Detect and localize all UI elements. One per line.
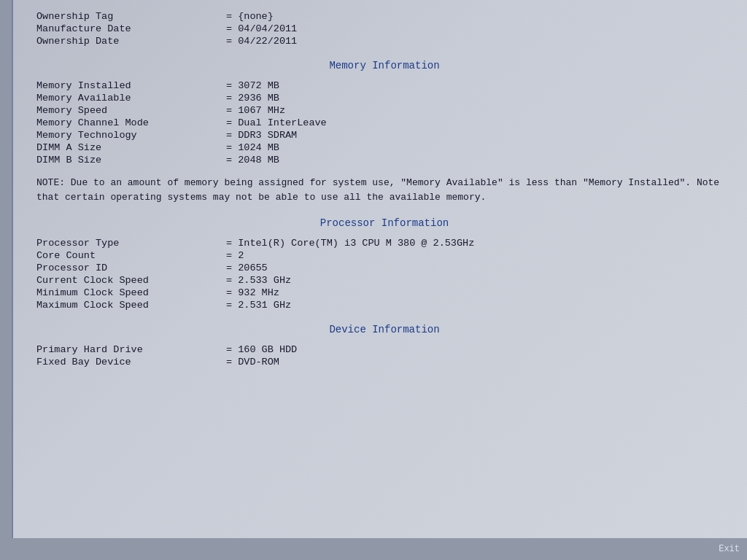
ownership-tag-label: Ownership Tag	[36, 11, 226, 22]
memory-info-row: Memory Available= 2936 MB	[36, 93, 732, 104]
memory-row-value: = 2048 MB	[226, 155, 279, 166]
exit-label[interactable]: Exit	[719, 544, 740, 554]
processor-info-row: Processor Type= Intel(R) Core(TM) i3 CPU…	[36, 238, 732, 249]
device-row-value: = 160 GB HDD	[226, 344, 297, 355]
processor-row-label: Minimum Clock Speed	[36, 287, 226, 298]
device-row-label: Primary Hard Drive	[36, 344, 226, 355]
memory-row-label: DIMM A Size	[36, 142, 226, 153]
memory-info-row: Memory Technology= DDR3 SDRAM	[36, 130, 732, 141]
memory-row-label: Memory Available	[36, 93, 226, 104]
memory-info-row: Memory Channel Mode= Dual InterLeave	[36, 117, 732, 128]
processor-info-row: Maximum Clock Speed= 2.531 GHz	[36, 300, 732, 311]
device-rows: Primary Hard Drive= 160 GB HDDFixed Bay …	[36, 344, 732, 368]
processor-row-value: = 2.531 GHz	[226, 300, 291, 311]
processor-info-row: Minimum Clock Speed= 932 MHz	[36, 287, 732, 298]
processor-row-label: Processor Type	[36, 238, 226, 249]
processor-row-label: Current Clock Speed	[36, 275, 226, 286]
processor-section-title: Processor Information	[36, 217, 732, 229]
processor-rows: Processor Type= Intel(R) Core(TM) i3 CPU…	[36, 238, 732, 311]
processor-row-label: Maximum Clock Speed	[36, 300, 226, 311]
memory-info-row: DIMM B Size= 2048 MB	[36, 155, 732, 166]
memory-row-label: Memory Technology	[36, 130, 226, 141]
bios-screen: Ownership Tag = {none} Manufacture Date …	[0, 0, 747, 560]
device-info-row: Fixed Bay Device= DVD-ROM	[36, 357, 732, 368]
memory-row-value: = 1067 MHz	[226, 105, 285, 116]
processor-row-value: = 20655	[226, 262, 268, 273]
memory-note: NOTE: Due to an amount of memory being a…	[36, 176, 732, 204]
left-border	[0, 0, 13, 560]
manufacture-date-row: Manufacture Date = 04/04/2011	[36, 23, 732, 34]
device-row-value: = DVD-ROM	[226, 357, 279, 368]
processor-row-label: Core Count	[36, 250, 226, 261]
memory-row-label: Memory Channel Mode	[36, 117, 226, 128]
memory-row-label: Memory Installed	[36, 80, 226, 91]
memory-row-value: = 3072 MB	[226, 80, 279, 91]
device-row-label: Fixed Bay Device	[36, 357, 226, 368]
processor-row-value: = 2.533 GHz	[226, 275, 291, 286]
manufacture-date-label: Manufacture Date	[36, 23, 226, 34]
memory-info-row: DIMM A Size= 1024 MB	[36, 142, 732, 153]
ownership-date-value: = 04/22/2011	[226, 36, 297, 47]
processor-row-value: = 932 MHz	[226, 287, 279, 298]
ownership-date-label: Ownership Date	[36, 36, 226, 47]
memory-rows: Memory Installed= 3072 MBMemory Availabl…	[36, 80, 732, 166]
memory-section-title: Memory Information	[36, 60, 732, 71]
processor-info-row: Core Count= 2	[36, 250, 732, 261]
processor-info-row: Processor ID= 20655	[36, 262, 732, 273]
ownership-tag-row: Ownership Tag = {none}	[36, 11, 732, 22]
bottom-bar: Exit	[0, 538, 747, 560]
memory-row-value: = DDR3 SDRAM	[226, 130, 297, 141]
memory-info-row: Memory Speed= 1067 MHz	[36, 105, 732, 116]
memory-info-row: Memory Installed= 3072 MB	[36, 80, 732, 91]
memory-row-value: = Dual InterLeave	[226, 117, 327, 128]
memory-row-label: Memory Speed	[36, 105, 226, 116]
memory-row-value: = 1024 MB	[226, 142, 279, 153]
manufacture-date-value: = 04/04/2011	[226, 23, 297, 34]
ownership-tag-value: = {none}	[226, 11, 274, 22]
processor-row-value: = Intel(R) Core(TM) i3 CPU M 380 @ 2.53G…	[226, 238, 474, 249]
processor-row-value: = 2	[226, 250, 244, 261]
processor-info-row: Current Clock Speed= 2.533 GHz	[36, 275, 732, 286]
processor-row-label: Processor ID	[36, 262, 226, 273]
device-section-title: Device Information	[36, 324, 732, 335]
device-info-row: Primary Hard Drive= 160 GB HDD	[36, 344, 732, 355]
memory-row-label: DIMM B Size	[36, 155, 226, 166]
memory-row-value: = 2936 MB	[226, 93, 279, 104]
ownership-date-row: Ownership Date = 04/22/2011	[36, 36, 732, 47]
main-content: Ownership Tag = {none} Manufacture Date …	[36, 7, 732, 368]
